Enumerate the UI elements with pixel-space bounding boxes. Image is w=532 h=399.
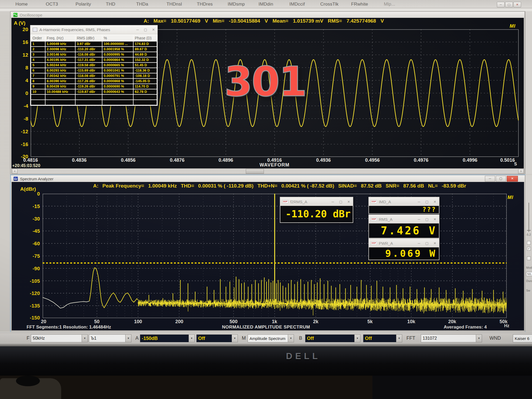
b-range-select[interactable]: Off▾	[305, 334, 360, 342]
scrollbar-thumb[interactable]	[246, 169, 264, 174]
window-function-select[interactable]: Kaiser 6	[513, 334, 532, 342]
checkbox[interactable]	[527, 241, 531, 245]
chevron-down-icon[interactable]: ▾	[125, 335, 131, 342]
menu-item-partial[interactable]: Mlp...	[384, 2, 395, 7]
col-freq: Freq. (Hz)	[45, 35, 75, 41]
meter-titlebar[interactable]: DDPf2RMS_A─▢✕	[280, 197, 353, 206]
cell-order: 1	[31, 41, 45, 46]
minimize-icon[interactable]: ─	[415, 200, 423, 204]
chevron-down-icon[interactable]: ▾	[82, 335, 88, 342]
chevron-down-icon[interactable]: ▾	[476, 335, 482, 342]
close-icon[interactable]: ✕	[431, 217, 439, 221]
spectrum-stats: A: Peak Frequency= 1.00049 kHz THD= 0.00…	[93, 183, 466, 189]
menu-item-home[interactable]: Home	[15, 2, 28, 7]
scroll-left-icon[interactable]: ‹	[12, 169, 18, 174]
oscilloscope-hscrollbar[interactable]: ‹ ›	[11, 168, 524, 174]
menu-item-thdnsl[interactable]: THDnsl	[167, 2, 182, 7]
osc-xtick: 0.4896	[218, 157, 233, 163]
menu-item-thda[interactable]: THDa	[136, 2, 148, 7]
cell-rms: -116.08 dBr	[76, 52, 102, 57]
spec-xtick: 20	[41, 319, 46, 325]
maximize-icon[interactable]: ▢	[423, 217, 431, 221]
maximize-icon[interactable]: ▢	[142, 28, 149, 32]
cell-order: 5	[31, 63, 45, 68]
minimize-icon[interactable]: ─	[415, 241, 423, 245]
meter-titlebar[interactable]: DDPRMS_A─▢✕	[369, 215, 439, 223]
minimize-icon[interactable]: ─	[134, 28, 142, 32]
osc-ytick: 12	[13, 52, 28, 58]
dell-logo: DELL	[286, 351, 321, 361]
minimize-icon[interactable]: ─	[329, 200, 337, 204]
spec-ytick: -135	[24, 303, 40, 309]
maximize-icon[interactable]: ▢	[423, 241, 431, 245]
channel-select[interactable]: Ъ1▾	[89, 334, 131, 342]
checkbox-checked[interactable]: ✓	[527, 247, 531, 251]
a-range-select[interactable]: -150dB▾	[140, 334, 195, 342]
a-coupling-select[interactable]: Off▾	[196, 334, 238, 342]
meter-titlebar[interactable]: DDPIMD_A─▢✕	[369, 197, 439, 206]
maximize-icon[interactable]: ▢	[337, 200, 345, 204]
cell-phase: 89.67 D	[134, 47, 157, 52]
maximize-icon[interactable]: ▢	[496, 176, 506, 182]
slider-track[interactable]	[525, 201, 532, 264]
close-icon[interactable]: ✕	[431, 241, 439, 245]
meter-titlebar[interactable]: DDPPWR_A─▢✕	[369, 239, 439, 247]
menu-item-imddin[interactable]: IMDdin	[259, 2, 273, 7]
menu-item-polarity[interactable]: Polarity	[76, 2, 91, 7]
chevron-down-icon[interactable]: ▾	[288, 335, 294, 342]
app-close-button[interactable]: ✕	[513, 2, 521, 7]
osc-xtick: 0.5016	[500, 157, 515, 163]
cell-order: 9	[31, 84, 45, 89]
spec-ytick: -120	[24, 290, 40, 296]
cell-rms: -119.26 dBr	[76, 84, 102, 89]
fft-size-select[interactable]: 131072▾	[421, 334, 482, 342]
close-icon[interactable]: ✕	[345, 200, 353, 204]
app-maximize-button[interactable]: ▢	[505, 2, 513, 7]
menu-item-crosstlk[interactable]: CrossTlk	[320, 2, 339, 7]
b-coupling-select[interactable]: Off▾	[363, 334, 402, 342]
maximize-icon[interactable]: ▢	[423, 200, 431, 204]
chevron-down-icon[interactable]: ▾	[354, 335, 360, 342]
table-row: 33.00146 kHz-116.08 dBr0.0000995 %44.69 …	[31, 52, 157, 57]
close-icon[interactable]: ✕	[507, 176, 518, 182]
module-value[interactable]: NIL	[526, 272, 532, 276]
minimize-icon[interactable]: ─	[485, 176, 495, 182]
chevron-down-icon[interactable]: ▾	[232, 335, 238, 342]
m-label: M	[242, 335, 246, 341]
oscilloscope-titlebar[interactable]: Oscilloscope	[10, 11, 525, 18]
sample-rate-select[interactable]: 50kHz▾	[31, 334, 88, 342]
spec-xtick: 2k	[313, 319, 318, 325]
spectrum-titlebar[interactable]: Spectrum Analyzer ─ ▢ ✕	[11, 175, 525, 182]
table-grid-icon	[33, 28, 37, 32]
checkbox[interactable]	[527, 256, 531, 260]
osc-right-panel-cutoff	[525, 11, 532, 174]
table-row: 99.00439 kHz-119.26 dBr0.0000690 %114.70…	[31, 84, 157, 89]
menu-item-thd[interactable]: THD	[106, 2, 115, 7]
osc-y-axis-title: A (V)	[14, 20, 26, 26]
menu-item-oct3[interactable]: OCT3	[46, 2, 58, 7]
mode-select[interactable]: Amplitude Spectrum▾	[248, 334, 294, 342]
duration-label: Durati	[526, 279, 532, 282]
cell-empty	[45, 95, 75, 99]
close-icon[interactable]: ✕	[431, 200, 439, 204]
menu-item-frwhite[interactable]: FRwhite	[351, 2, 368, 7]
table-row: 11.00049 kHz3.97 dBr100.0000000 ...174.8…	[31, 41, 157, 46]
minimize-icon[interactable]: ─	[415, 217, 423, 221]
cell-rms: 3.97 dBr	[76, 41, 102, 46]
cell-order: 2	[31, 47, 45, 52]
chevron-down-icon[interactable]: ▾	[189, 335, 194, 342]
scroll-right-icon[interactable]: ›	[518, 169, 524, 174]
meter-rms-window: DDPRMS_A─▢✕ 7.426 V	[368, 214, 439, 238]
stat-thdn-value: 0.00421 % ( -87.52 dB)	[281, 183, 334, 189]
menu-item-imdccif[interactable]: IMDccif	[289, 2, 305, 7]
osc-xtick: 0.4936	[316, 157, 331, 163]
close-icon[interactable]: ✕	[149, 28, 157, 32]
menu-item-imdsmp[interactable]: IMDsmp	[228, 2, 245, 7]
harmonic-window-titlebar[interactable]: A-Harmonic Frequencies, RMS, Phases ─ ▢ …	[30, 25, 157, 34]
freq-label: F	[27, 335, 30, 341]
menu-item-thdres[interactable]: THDres	[197, 2, 213, 7]
chevron-down-icon[interactable]: ▾	[396, 335, 402, 342]
stat-rms-unit: V	[381, 18, 384, 24]
app-minimize-button[interactable]: ─	[497, 2, 505, 7]
cell-phase: 174.83 D	[134, 41, 157, 46]
